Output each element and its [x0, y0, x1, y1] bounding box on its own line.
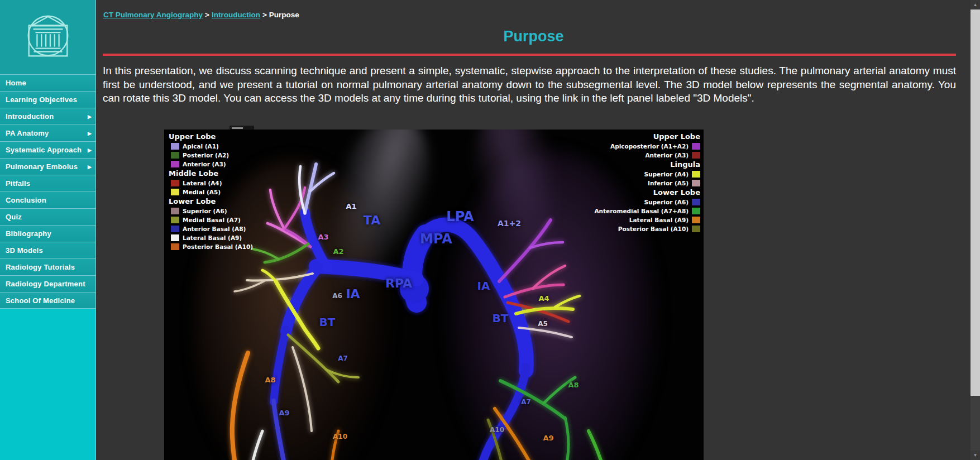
legend-header: Upper Lobe	[169, 132, 253, 142]
legend-color-swatch	[692, 226, 700, 232]
legend-color-swatch	[692, 180, 700, 186]
legend-item: Anterior (A3)	[169, 160, 253, 169]
sidebar-item-label: School Of Medicine	[6, 296, 75, 305]
legend-color-swatch	[692, 152, 700, 159]
legend-color-swatch	[171, 226, 179, 232]
legend-item: Superior (A6)	[594, 198, 700, 207]
breadcrumb-link-introduction[interactable]: Introuduction	[212, 11, 260, 19]
submenu-arrow-icon: ▶	[88, 125, 92, 142]
sidebar-item-pa-anatomy[interactable]: PA Anatomy▶	[0, 124, 95, 141]
sidebar-item-introuduction[interactable]: Introuduction▶	[0, 108, 95, 124]
sidebar-item-label: Conclusion	[6, 196, 46, 204]
legend-item: Anterior (A3)	[594, 151, 700, 160]
sidebar-item-label: Bibliography	[6, 229, 51, 238]
legend-item: Lateral Basal (A9)	[594, 215, 700, 224]
pulmonary-3d-model-viewer[interactable]: A1TALPAMPAA1+2A3A2RPAIAA6IABTBTA4A5A7A8A…	[164, 130, 704, 460]
school-logo[interactable]	[0, 0, 95, 74]
legend-color-swatch	[171, 152, 179, 159]
scroll-down-arrow-icon[interactable]: ▼	[971, 451, 980, 460]
sidebar-item-quiz[interactable]: Quiz	[0, 208, 95, 225]
sidebar-item-radiology-tutorials[interactable]: Radiology Tutorials	[0, 258, 95, 275]
intro-paragraph: In this presentation, we discuss scannin…	[103, 64, 956, 106]
sidebar-item-conclusion[interactable]: Conclusion	[0, 191, 95, 208]
sidebar-item-label: Pitfalls	[6, 179, 30, 188]
sidebar-item-label: Home	[6, 79, 26, 87]
legend-item: Anteromedial Basal (A7+A8)	[594, 207, 700, 215]
legend-color-swatch	[692, 143, 700, 150]
sidebar-item-systematic-approach[interactable]: Systematic Approach▶	[0, 141, 95, 158]
legend-item-label: Lateral Basal (A9)	[183, 234, 242, 241]
sidebar-item-label: 3D Models	[6, 246, 43, 255]
sidebar-item-label: Introuduction	[6, 112, 54, 121]
legend-item-label: Anterior Basal (A8)	[183, 226, 246, 232]
legend-color-swatch	[171, 217, 179, 223]
legend-item: Superior (A6)	[169, 207, 253, 215]
breadcrumb-current: Purpose	[269, 11, 299, 19]
sidebar-item-pulmonary-embolus[interactable]: Pulmonary Embolus▶	[0, 158, 95, 175]
model-top-scrollbar-thumb[interactable]	[232, 127, 243, 129]
legend-color-swatch	[171, 161, 179, 167]
vertical-scrollbar[interactable]: ▲ ▼	[971, 0, 980, 460]
legend-header: Upper Lobe	[594, 132, 700, 142]
legend-item-label: Medial Basal (A7)	[183, 217, 241, 223]
sidebar-item-bibliography[interactable]: Bibliography	[0, 225, 95, 242]
sidebar-item-school-of-medicine[interactable]: School Of Medicine	[0, 292, 95, 309]
sidebar-item-home[interactable]: Home	[0, 74, 95, 91]
sidebar-item-label: Radiology Tutorials	[6, 263, 75, 271]
sidebar-item-label: PA Anatomy	[6, 129, 49, 137]
legend-color-swatch	[171, 180, 179, 186]
sidebar-item-pitfalls[interactable]: Pitfalls	[0, 175, 95, 191]
legend-item-label: Superior (A6)	[183, 208, 227, 214]
red-divider	[103, 54, 956, 56]
sidebar-item-radiology-department[interactable]: Radiology Department	[0, 275, 95, 292]
sidebar-menu: HomeLearning ObjectivesIntrouduction▶PA …	[0, 74, 95, 309]
legend-item: Superior (A4)	[594, 170, 700, 179]
legend-item-label: Posterior Basal (A10)	[618, 226, 689, 232]
sidebar-item-label: Radiology Department	[6, 280, 85, 288]
scroll-up-arrow-icon[interactable]: ▲	[971, 0, 980, 9]
sidebar-item-label: Learning Objectives	[6, 95, 77, 104]
breadcrumb-link-ct-pulmonary-angiography[interactable]: CT Pulmonary Angiography	[103, 11, 203, 19]
legend-color-swatch	[171, 143, 179, 150]
legend-item-label: Posterior (A2)	[183, 152, 229, 159]
legend-item-label: Posterior Basal (A10)	[183, 243, 253, 250]
legend-item-label: Lateral Basal (A9)	[629, 217, 689, 223]
legend-header: Lower Lobe	[169, 197, 253, 207]
sidebar-item-label: Pulmonary Embolus	[6, 162, 78, 171]
legend-item: Inferior (A5)	[594, 179, 700, 188]
sidebar: HomeLearning ObjectivesIntrouduction▶PA …	[0, 0, 96, 460]
legend-color-swatch	[692, 217, 700, 223]
legend-item-label: Inferior (A5)	[648, 180, 689, 186]
sidebar-item-learning-objectives[interactable]: Learning Objectives	[0, 91, 95, 108]
right-lung-legend: Upper LobeApicoposterior (A1+A2)Anterior…	[594, 132, 700, 233]
legend-item-label: Superior (A4)	[644, 171, 689, 178]
legend-header: Middle Lobe	[169, 169, 253, 179]
legend-item: Medial Basal (A7)	[169, 215, 253, 224]
legend-item-label: Lateral (A4)	[183, 180, 222, 186]
rotunda-logo-icon	[21, 10, 75, 65]
breadcrumb: CT Pulmonary Angiography>Introuduction>P…	[97, 0, 971, 19]
legend-color-swatch	[171, 208, 179, 214]
scrollbar-thumb[interactable]	[971, 9, 980, 396]
legend-item: Medial (A5)	[169, 188, 253, 197]
legend-header: Lingula	[594, 160, 700, 170]
legend-item: Apicoposterior (A1+A2)	[594, 142, 700, 151]
submenu-arrow-icon: ▶	[88, 108, 92, 125]
legend-color-swatch	[171, 243, 179, 250]
sidebar-item-3d-models[interactable]: 3D Models	[0, 242, 95, 258]
legend-item: Apical (A1)	[169, 142, 253, 151]
legend-item-label: Superior (A6)	[644, 199, 689, 205]
legend-item-label: Apical (A1)	[183, 143, 219, 150]
left-lung-legend: Upper LobeApical (A1)Posterior (A2)Anter…	[169, 132, 253, 251]
legend-item: Anterior Basal (A8)	[169, 224, 253, 233]
page-title: Purpose	[97, 28, 971, 45]
submenu-arrow-icon: ▶	[88, 142, 92, 159]
sidebar-item-label: Systematic Approach	[6, 146, 82, 154]
legend-item: Lateral Basal (A9)	[169, 233, 253, 242]
legend-header: Lower Lobe	[594, 188, 700, 198]
legend-item-label: Anterior (A3)	[183, 161, 226, 167]
legend-color-swatch	[692, 208, 700, 214]
legend-color-swatch	[171, 234, 179, 241]
legend-item: Lateral (A4)	[169, 179, 253, 188]
legend-item-label: Anterior (A3)	[645, 152, 689, 159]
